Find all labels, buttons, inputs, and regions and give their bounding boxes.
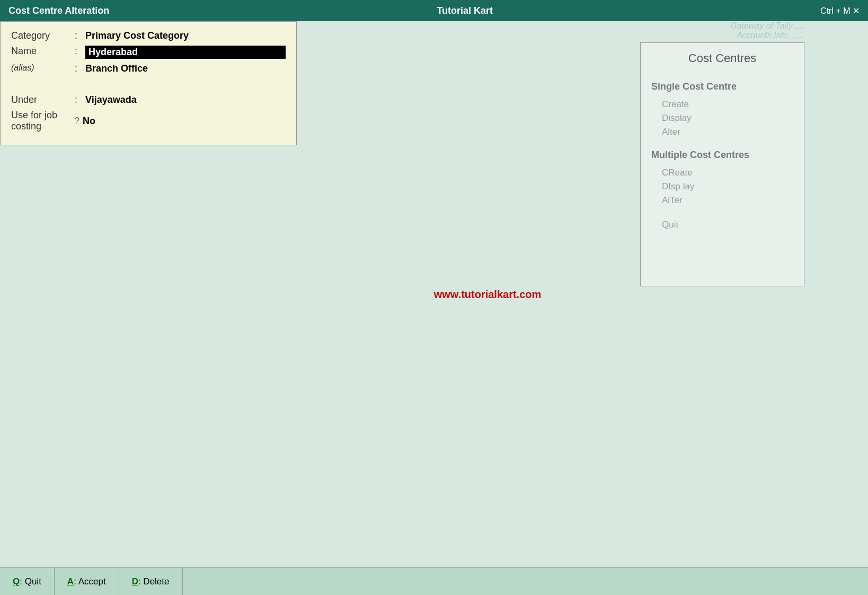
- single-cost-centre-section: Single Cost Centre: [651, 81, 793, 92]
- under-value: Vijayawada: [85, 94, 286, 106]
- accept-key: A: [67, 576, 74, 587]
- accept-btn-label: : Accept: [74, 576, 105, 587]
- under-row: Under : Vijayawada: [11, 94, 286, 106]
- multiple-create-item[interactable]: CReate: [651, 166, 793, 180]
- category-value: Primary Cost Category: [85, 30, 286, 41]
- quit-btn-label: : Quit: [20, 576, 41, 587]
- job-costing-row: Use for job costing ? No: [11, 110, 286, 132]
- breadcrumb-accounts: Accounts Info. .....: [730, 31, 804, 40]
- breadcrumb-gateway: Gateway of Tally ....: [730, 21, 804, 31]
- delete-key: D: [132, 576, 138, 587]
- job-costing-label: Use for job costing: [11, 110, 75, 132]
- single-display-item[interactable]: Display: [651, 111, 793, 125]
- alias-colon: :: [75, 63, 85, 74]
- bottom-bar: Q : Quit A : Accept D : Delete: [0, 567, 868, 595]
- title-bar-right[interactable]: Ctrl + M ✕: [820, 6, 860, 16]
- quit-key: Q: [13, 576, 20, 587]
- category-colon: :: [75, 30, 85, 41]
- cost-centre-alteration-form: Category : Primary Cost Category Name : …: [0, 21, 297, 145]
- alias-value: Branch Office: [85, 63, 286, 74]
- title-bar: Cost Centre Alteration Tutorial Kart Ctr…: [0, 0, 868, 21]
- cost-centres-panel: Cost Centres Single Cost Centre Create D…: [640, 42, 804, 286]
- multiple-alter-item[interactable]: AlTer: [651, 194, 793, 207]
- delete-btn-label: : Delete: [138, 576, 170, 587]
- alias-row: (alias) : Branch Office: [11, 63, 286, 74]
- category-row: Category : Primary Cost Category: [11, 30, 286, 41]
- name-row: Name : Hyderabad: [11, 46, 286, 59]
- name-label: Name: [11, 46, 75, 57]
- breadcrumb-area: Gateway of Tally .... Accounts Info. ...…: [730, 21, 804, 40]
- multiple-display-item[interactable]: DIsp lay: [651, 180, 793, 194]
- delete-button[interactable]: D : Delete: [119, 568, 183, 595]
- under-colon: :: [75, 94, 85, 106]
- watermark-text: www.tutorialkart.com: [434, 288, 542, 301]
- title-bar-left: Cost Centre Alteration: [8, 5, 109, 16]
- single-alter-item[interactable]: Alter: [651, 125, 793, 139]
- alias-label: (alias): [11, 63, 75, 73]
- name-colon: :: [75, 46, 85, 57]
- job-costing-value[interactable]: No: [83, 116, 286, 127]
- under-label: Under: [11, 94, 75, 106]
- cost-centres-title: Cost Centres: [651, 51, 793, 65]
- quit-item[interactable]: Quit: [651, 218, 793, 232]
- multiple-cost-centres-section: Multiple Cost Centres: [651, 150, 793, 161]
- name-value[interactable]: Hyderabad: [85, 46, 286, 59]
- quit-button[interactable]: Q : Quit: [0, 568, 55, 595]
- accept-button[interactable]: A : Accept: [55, 568, 119, 595]
- single-create-item[interactable]: Create: [651, 98, 793, 111]
- watermark: www.tutorialkart.com: [307, 21, 668, 567]
- main-area: 018 ast Entry rs Entered www.tutorialkar…: [0, 21, 868, 567]
- title-bar-center: Tutorial Kart: [437, 5, 493, 16]
- job-costing-question: ?: [75, 116, 79, 126]
- category-label: Category: [11, 30, 75, 41]
